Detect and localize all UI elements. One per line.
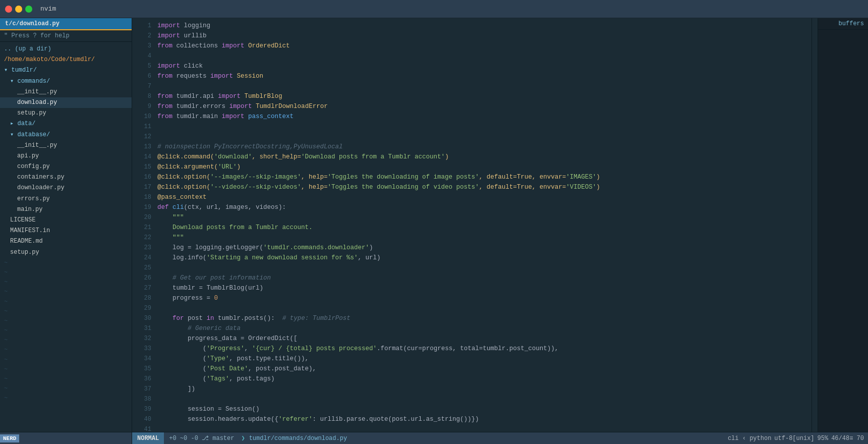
code-line-33: 33 ('Progress', '{cur} / {total} posts p… (132, 344, 812, 354)
code-line-41: 41 (132, 425, 812, 432)
code-line-36: 36 ('Tags', post.tags) (132, 374, 812, 384)
code-line-2: 2 import urllib (132, 31, 812, 41)
tilde-lines: ~~~~~~~~~~~~~~~ (0, 258, 132, 404)
code-line-37: 37 ]) (132, 384, 812, 395)
status-arrow: ❯ (239, 434, 247, 442)
code-line-25: 25 (132, 263, 812, 273)
sidebar-tab[interactable]: t/c/download.py (0, 18, 132, 30)
tree-item-commands[interactable]: ▾ commands/ (0, 76, 132, 87)
buffers-label[interactable]: buffers (818, 18, 868, 30)
code-line-29: 29 (132, 304, 812, 314)
tree-item-setup-py-commands[interactable]: setup.py (0, 108, 132, 119)
tree-item-setup-py[interactable]: setup.py (0, 247, 132, 258)
sidebar: t/c/download.py " Press ? for help .. (u… (0, 18, 132, 444)
code-line-16: 16 @click.option('--images/--skip-images… (132, 173, 812, 183)
maximize-button[interactable] (25, 6, 32, 13)
status-mode: NORMAL (132, 432, 164, 444)
titlebar: nvim (0, 0, 868, 18)
code-line-5: 5 import click (132, 62, 812, 72)
file-tree[interactable]: .. (up a dir) /home/makoto/Code/tumdlr/ … (0, 42, 132, 432)
code-line-6: 6 from requests import Session (132, 72, 812, 82)
status-path: tumdlr/commands/download.py (247, 435, 724, 442)
code-line-24: 24 log.info('Starting a new download ses… (132, 253, 812, 263)
code-line-23: 23 log = logging.getLogger('tumdlr.comma… (132, 243, 812, 253)
code-line-31: 31 # Generic data (132, 324, 812, 334)
code-line-1: 1 import logging (132, 21, 812, 31)
tree-item-api-py[interactable]: api.py (0, 151, 132, 161)
tree-item-tumdlr[interactable]: ▾ tumdlr/ (0, 65, 132, 76)
code-line-9: 9 from tumdlr.errors import TumdlrDownlo… (132, 102, 812, 112)
code-view[interactable]: 1 import logging 2 import urllib 3 from … (132, 18, 812, 432)
window-controls[interactable] (5, 6, 32, 13)
code-line-40: 40 session.headers.update({'referer': ur… (132, 415, 812, 425)
code-line-10: 10 from tumdlr.main import pass_context (132, 112, 812, 122)
minimize-button[interactable] (15, 6, 22, 13)
sidebar-statusbar: NERD (0, 432, 132, 444)
tree-item-database[interactable]: ▾ database/ (0, 130, 132, 140)
tree-item-db-init[interactable]: __init__.py (0, 140, 132, 151)
code-line-35: 35 ('Post Date', post.post_date), (132, 364, 812, 374)
code-line-11: 11 (132, 122, 812, 132)
sidebar-help: " Press ? for help (0, 30, 132, 42)
main-container: t/c/download.py " Press ? for help .. (u… (0, 18, 868, 444)
tree-item-up[interactable]: .. (up a dir) (0, 44, 132, 54)
code-line-18: 18 @pass_context (132, 193, 812, 203)
tree-item-license[interactable]: LICENSE (0, 215, 132, 226)
close-button[interactable] (5, 6, 12, 13)
tree-item-errors-py[interactable]: errors.py (0, 194, 132, 204)
tree-item-config-py[interactable]: config.py (0, 161, 132, 172)
code-line-39: 39 session = Session() (132, 405, 812, 415)
right-divider (812, 18, 818, 432)
code-line-34: 34 ('Type', post.type.title()), (132, 354, 812, 364)
code-line-21: 21 Download posts from a Tumblr account. (132, 223, 812, 233)
code-line-13: 13 # noinspection PyIncorrectDocstring,P… (132, 142, 812, 152)
status-git: +0 ~0 -0 ⎇ master (164, 434, 239, 442)
editor-content: 1 import logging 2 import urllib 3 from … (132, 18, 868, 432)
tree-item-containers-py[interactable]: containers.py (0, 172, 132, 183)
tree-item-data[interactable]: ▸ data/ (0, 119, 132, 129)
tree-item-downloader-py[interactable]: downloader.py (0, 183, 132, 193)
code-line-15: 15 @click.argument('URL') (132, 162, 812, 173)
code-line-22: 22 """ (132, 233, 812, 243)
code-line-12: 12 (132, 132, 812, 142)
tree-item-download-py[interactable]: download.py (0, 97, 132, 108)
code-line-8: 8 from tumdlr.api import TumblrBlog (132, 92, 812, 102)
tree-item-main-py[interactable]: main.py (0, 204, 132, 215)
code-line-3: 3 from collections import OrderedDict (132, 41, 812, 51)
buffers-panel: buffers (818, 18, 868, 432)
status-encoding: utf-8[unix] (774, 435, 814, 442)
code-line-7: 7 (132, 82, 812, 92)
code-line-14: 14 @click.command('download', short_help… (132, 152, 812, 162)
tree-item-home[interactable]: /home/makoto/Code/tumdlr/ (0, 54, 132, 65)
tree-item-readme[interactable]: README.md (0, 236, 132, 247)
nerd-badge: NERD (0, 434, 19, 442)
code-line-20: 20 """ (132, 213, 812, 223)
code-line-17: 17 @click.option('--videos/--skip-videos… (132, 183, 812, 193)
status-bar: NERD NORMAL +0 ~0 -0 ⎇ master ❯ tumdlr/c… (132, 432, 868, 444)
code-line-32: 32 progress_data = OrderedDict([ (132, 334, 812, 344)
editor-area: 1 import logging 2 import urllib 3 from … (132, 18, 868, 444)
window-title: nvim (40, 5, 56, 13)
status-right: cli ‹ python utf-8[unix] 95% 46/48≡ 70 (724, 435, 868, 442)
code-line-19: 19 def cli(ctx, url, images, videos): (132, 203, 812, 213)
code-line-30: 30 for post in tumblr.posts(): # type: T… (132, 314, 812, 324)
tree-item-init-py[interactable]: __init__.py (0, 87, 132, 97)
code-line-27: 27 tumblr = TumblrBlog(url) (132, 284, 812, 294)
tree-item-manifest[interactable]: MANIFEST.in (0, 226, 132, 236)
status-percent: 95% (818, 435, 829, 442)
status-position: 46/48≡ 70 (831, 435, 864, 442)
code-line-4: 4 (132, 51, 812, 62)
code-line-38: 38 (132, 395, 812, 405)
code-line-28: 28 progress = 0 (132, 294, 812, 304)
code-line-26: 26 # Get our post information (132, 273, 812, 284)
status-lang: cli ‹ python (728, 435, 771, 442)
